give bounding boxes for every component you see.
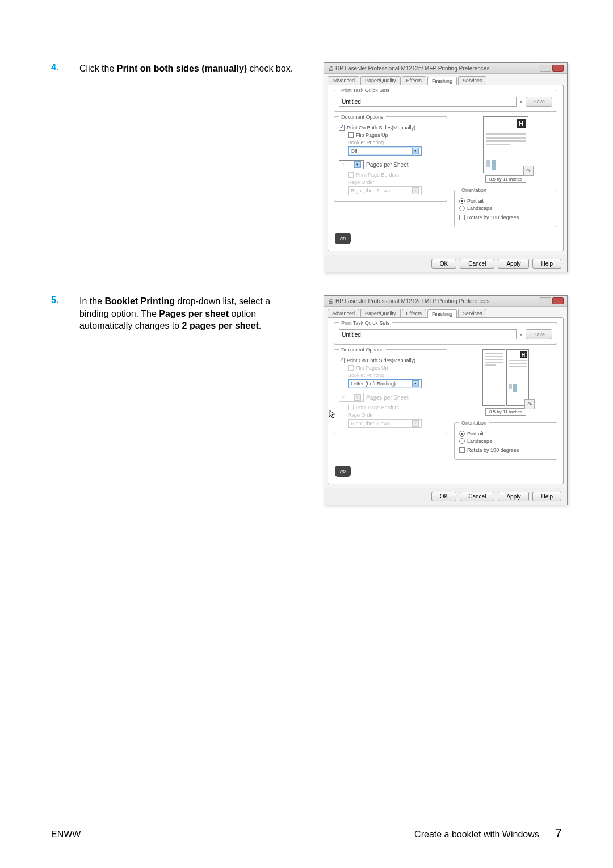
booklet-printing-dropdown[interactable]: Off ▾ bbox=[348, 146, 422, 156]
page-order-label: Page Order bbox=[348, 179, 442, 185]
tab-finishing[interactable]: Finishing bbox=[427, 309, 457, 318]
pages-per-sheet-dropdown: 2 ▾ bbox=[339, 393, 364, 402]
page-preview: H ↷ bbox=[454, 116, 557, 183]
window-help-icon[interactable] bbox=[540, 65, 551, 72]
page-preview: H bbox=[454, 349, 557, 416]
tab-paper-quality[interactable]: Paper/Quality bbox=[360, 309, 401, 317]
rotate-label: Rotate by 180 degrees bbox=[467, 215, 519, 220]
portrait-label: Portrait bbox=[467, 431, 484, 437]
tab-paper-quality[interactable]: Paper/Quality bbox=[360, 76, 401, 85]
rotate-checkbox[interactable] bbox=[459, 447, 465, 453]
step-number-5: 5. bbox=[51, 295, 79, 305]
document-options-group: Document Options Print On Both Sides(Man… bbox=[334, 116, 447, 202]
landscape-label: Landscape bbox=[467, 206, 492, 211]
step-number-4: 4. bbox=[51, 62, 79, 73]
step5-a: In the bbox=[79, 296, 104, 306]
printing-preferences-dialog-1: 🖨 HP LaserJet Professional M1212nf MFP P… bbox=[324, 62, 568, 272]
dialog-title: HP LaserJet Professional M1212nf MFP Pri… bbox=[335, 65, 489, 72]
page-turn-icon: ↷ bbox=[524, 399, 535, 409]
print-page-borders-checkbox bbox=[348, 172, 354, 178]
printer-icon: 🖨 bbox=[328, 65, 333, 72]
orientation-legend: Orientation bbox=[459, 187, 489, 193]
print-task-quick-sets-group: Print Task Quick Sets ▾ Save bbox=[334, 322, 557, 345]
tab-services[interactable]: Services bbox=[458, 76, 487, 85]
save-button[interactable]: Save bbox=[526, 329, 552, 339]
ok-button[interactable]: OK bbox=[431, 492, 456, 501]
portrait-label: Portrait bbox=[467, 198, 484, 204]
booklet-printing-dropdown[interactable]: Letter (Left Binding) ▾ bbox=[348, 379, 422, 388]
step5-d: Pages per sheet bbox=[159, 309, 229, 318]
cancel-button[interactable]: Cancel bbox=[460, 259, 494, 269]
window-help-icon[interactable] bbox=[540, 297, 551, 304]
dialog-title: HP LaserJet Professional M1212nf MFP Pri… bbox=[335, 298, 489, 304]
doc-options-legend: Document Options bbox=[339, 347, 386, 353]
quickset-input[interactable] bbox=[339, 97, 517, 107]
flip-pages-up-label: Flip Pages Up bbox=[356, 132, 388, 138]
step-text-4: Click the Print on both sides (manually)… bbox=[79, 62, 295, 75]
close-icon[interactable] bbox=[552, 65, 564, 72]
tab-effects[interactable]: Effects bbox=[402, 76, 426, 85]
save-button[interactable]: Save bbox=[526, 97, 552, 107]
close-icon[interactable] bbox=[552, 297, 564, 304]
orientation-group: Orientation Portrait Landscape bbox=[454, 422, 557, 460]
tab-services[interactable]: Services bbox=[458, 309, 487, 317]
chevron-down-icon: ▾ bbox=[412, 380, 419, 387]
tab-advanced[interactable]: Advanced bbox=[328, 76, 359, 85]
chevron-down-icon: ▾ bbox=[412, 187, 419, 194]
printing-preferences-dialog-2: 🖨 HP LaserJet Professional M1212nf MFP P… bbox=[324, 295, 568, 505]
print-both-sides-checkbox[interactable] bbox=[339, 358, 345, 363]
quickset-legend: Print Task Quick Sets bbox=[339, 87, 392, 93]
step4-text-a: Click the bbox=[79, 64, 117, 73]
page-turn-icon: ↷ bbox=[523, 166, 534, 176]
page-order-value: Right, then Down bbox=[351, 188, 390, 194]
apply-button[interactable]: Apply bbox=[498, 492, 529, 501]
preview-header-icon: H bbox=[520, 351, 527, 358]
tab-effects[interactable]: Effects bbox=[402, 309, 426, 317]
page-order-label: Page Order bbox=[348, 412, 442, 418]
ok-button[interactable]: OK bbox=[431, 259, 456, 269]
print-both-sides-label: Print On Both Sides(Manually) bbox=[347, 358, 415, 363]
booklet-printing-label: Booklet Printing bbox=[348, 372, 442, 378]
preview-dimensions: 8.5 by 11 inches bbox=[485, 175, 526, 183]
page-order-value: Right, then Down bbox=[351, 421, 390, 426]
quickset-legend: Print Task Quick Sets bbox=[339, 320, 392, 326]
step4-text-c: check box. bbox=[247, 64, 293, 73]
quickset-input[interactable] bbox=[339, 329, 517, 339]
tab-advanced[interactable]: Advanced bbox=[328, 309, 359, 317]
chevron-down-icon: ▾ bbox=[354, 394, 361, 401]
print-page-borders-checkbox bbox=[348, 405, 354, 410]
landscape-radio[interactable] bbox=[459, 206, 465, 211]
tab-row: Advanced Paper/Quality Effects Finishing… bbox=[324, 74, 567, 85]
hp-logo-icon: hp bbox=[335, 466, 351, 477]
portrait-radio[interactable] bbox=[459, 198, 465, 204]
landscape-label: Landscape bbox=[467, 438, 492, 444]
tab-finishing[interactable]: Finishing bbox=[427, 77, 457, 85]
landscape-radio[interactable] bbox=[459, 438, 465, 444]
pages-per-sheet-dropdown[interactable]: 1 ▾ bbox=[339, 160, 364, 169]
doc-options-legend: Document Options bbox=[339, 114, 386, 120]
dialog-titlebar: 🖨 HP LaserJet Professional M1212nf MFP P… bbox=[324, 63, 567, 74]
rotate-checkbox[interactable] bbox=[459, 215, 465, 220]
print-both-sides-checkbox[interactable] bbox=[339, 125, 345, 131]
flip-pages-up-checkbox[interactable] bbox=[348, 132, 354, 138]
footer-left: ENWW bbox=[51, 829, 81, 840]
cursor-icon bbox=[329, 409, 337, 420]
apply-button[interactable]: Apply bbox=[498, 259, 529, 269]
portrait-radio[interactable] bbox=[459, 431, 465, 437]
help-button[interactable]: Help bbox=[532, 492, 561, 501]
page-footer: ENWW Create a booklet with Windows 7 bbox=[0, 826, 613, 841]
preview-dimensions: 8.5 by 11 inches bbox=[485, 408, 526, 416]
flip-pages-up-checkbox bbox=[348, 365, 354, 371]
pages-per-sheet-label: Pages per Sheet bbox=[366, 162, 409, 168]
flip-pages-up-label: Flip Pages Up bbox=[356, 365, 388, 371]
help-button[interactable]: Help bbox=[532, 259, 561, 269]
printer-icon: 🖨 bbox=[328, 298, 333, 304]
pages-per-sheet-label: Pages per Sheet bbox=[366, 395, 409, 401]
step5-b: Booklet Printing bbox=[104, 296, 175, 306]
print-both-sides-label: Print On Both Sides(Manually) bbox=[347, 125, 415, 131]
step4-text-b: Print on both sides (manually) bbox=[117, 64, 247, 73]
preview-header-icon: H bbox=[517, 119, 526, 128]
dialog-titlebar: 🖨 HP LaserJet Professional M1212nf MFP P… bbox=[324, 296, 567, 307]
cancel-button[interactable]: Cancel bbox=[460, 492, 494, 501]
page-number: 7 bbox=[555, 826, 562, 841]
